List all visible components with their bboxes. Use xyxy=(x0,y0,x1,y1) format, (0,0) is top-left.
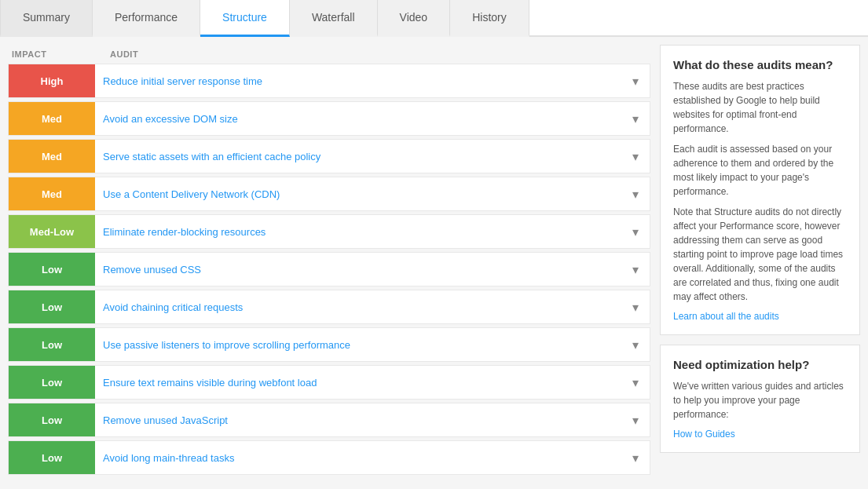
info-paragraph: Each audit is assessed based on your adh… xyxy=(673,142,847,199)
audit-row: MedAvoid an excessive DOM size▾ xyxy=(8,101,650,136)
audit-label: Use a Content Delivery Network (CDN) xyxy=(95,181,621,208)
audit-row: LowRemove unused CSS▾ xyxy=(8,252,650,286)
audit-label: Ensure text remains visible during webfo… xyxy=(95,369,621,396)
col-impact-header: IMPACT xyxy=(8,49,102,59)
how-to-guides-link[interactable]: How to Guides xyxy=(673,429,735,440)
expand-chevron-icon[interactable]: ▾ xyxy=(621,330,650,360)
info-box-title: What do these audits mean? xyxy=(673,58,847,71)
expand-chevron-icon[interactable]: ▾ xyxy=(621,367,650,398)
audit-row: LowRemove unused JavaScript▾ xyxy=(8,403,650,437)
learn-audits-link[interactable]: Learn about all the audits xyxy=(673,311,779,322)
audit-label: Serve static assets with an efficient ca… xyxy=(95,143,621,170)
expand-chevron-icon[interactable]: ▾ xyxy=(621,104,650,134)
audit-row: LowEnsure text remains visible during we… xyxy=(8,365,650,400)
audit-rows-container: HighReduce initial server response time▾… xyxy=(8,64,650,475)
info-paragraph: These audits are best practices establis… xyxy=(673,79,847,136)
tab-summary[interactable]: Summary xyxy=(0,0,93,37)
expand-chevron-icon[interactable]: ▾ xyxy=(621,405,650,436)
tab-waterfall[interactable]: Waterfall xyxy=(290,0,378,37)
impact-badge: Low xyxy=(9,328,95,361)
impact-badge: Med xyxy=(9,177,95,210)
expand-chevron-icon[interactable]: ▾ xyxy=(621,292,650,323)
audit-label: Avoid chaining critical requests xyxy=(95,294,621,321)
impact-badge: Low xyxy=(9,253,95,286)
info-box-audits: What do these audits mean? These audits … xyxy=(660,45,860,335)
tab-performance[interactable]: Performance xyxy=(93,0,200,37)
impact-badge: Low xyxy=(9,366,95,399)
expand-chevron-icon[interactable]: ▾ xyxy=(621,179,650,210)
audit-label: Remove unused CSS xyxy=(95,256,621,283)
help-paragraph: We've written various guides and article… xyxy=(673,379,847,421)
audit-row: Med-LowEliminate render-blocking resourc… xyxy=(8,214,650,249)
impact-badge: Low xyxy=(9,403,95,436)
expand-chevron-icon[interactable]: ▾ xyxy=(621,66,650,97)
tab-video[interactable]: Video xyxy=(378,0,451,37)
audit-row: HighReduce initial server response time▾ xyxy=(8,64,650,98)
audit-label: Use passive listeners to improve scrolli… xyxy=(95,331,621,359)
info-paragraph: Note that Structure audits do not direct… xyxy=(673,205,847,304)
impact-badge: Med xyxy=(9,102,95,135)
audit-row: LowAvoid chaining critical requests▾ xyxy=(8,290,650,324)
audit-section: IMPACT AUDIT HighReduce initial server r… xyxy=(8,45,650,478)
audit-row: MedServe static assets with an efficient… xyxy=(8,139,650,173)
tab-bar: SummaryPerformanceStructureWaterfallVide… xyxy=(0,0,868,37)
audit-row: MedUse a Content Delivery Network (CDN)▾ xyxy=(8,177,650,211)
audit-label: Avoid an excessive DOM size xyxy=(95,105,621,133)
tab-structure[interactable]: Structure xyxy=(200,0,290,37)
column-headers: IMPACT AUDIT xyxy=(8,45,650,64)
audit-label: Avoid long main-thread tasks xyxy=(95,444,621,472)
expand-chevron-icon[interactable]: ▾ xyxy=(621,217,650,247)
impact-badge: Low xyxy=(9,290,95,323)
info-box-help: Need optimization help? We've written va… xyxy=(660,345,860,453)
sidebar: What do these audits mean? These audits … xyxy=(660,45,860,478)
col-audit-header: AUDIT xyxy=(102,49,650,59)
audit-label: Eliminate render-blocking resources xyxy=(95,218,621,246)
impact-badge: Med-Low xyxy=(9,215,95,248)
audit-row: LowUse passive listeners to improve scro… xyxy=(8,327,650,362)
expand-chevron-icon[interactable]: ▾ xyxy=(621,443,650,473)
impact-badge: Low xyxy=(9,441,95,474)
impact-badge: High xyxy=(9,64,95,97)
expand-chevron-icon[interactable]: ▾ xyxy=(621,141,650,172)
expand-chevron-icon[interactable]: ▾ xyxy=(621,254,650,285)
tab-history[interactable]: History xyxy=(450,0,529,37)
main-content: IMPACT AUDIT HighReduce initial server r… xyxy=(0,37,868,486)
audit-label: Remove unused JavaScript xyxy=(95,407,621,434)
help-box-title: Need optimization help? xyxy=(673,358,847,371)
impact-badge: Med xyxy=(9,140,95,173)
audit-label: Reduce initial server response time xyxy=(95,68,621,95)
audit-row: LowAvoid long main-thread tasks▾ xyxy=(8,440,650,475)
